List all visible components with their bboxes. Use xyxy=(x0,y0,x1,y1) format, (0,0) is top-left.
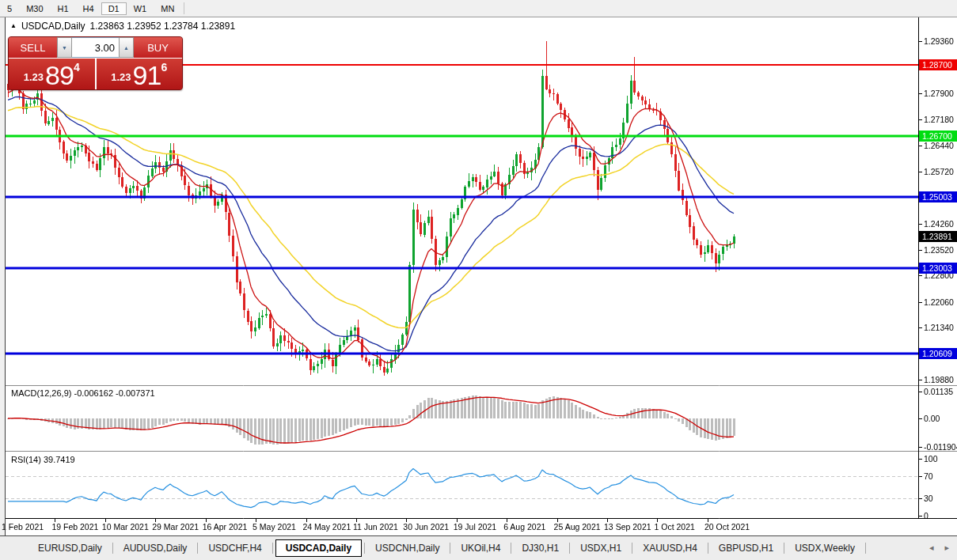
timeframe-button-mn[interactable]: MN xyxy=(154,2,181,15)
sell-price-sup: 4 xyxy=(74,61,80,74)
timeframe-toolbar: 5M30H1H4D1W1MN xyxy=(0,0,957,17)
symbol-tabbar: EURUSD,DailyAUDUSD,DailyUSDCHF,H4USDCAD,… xyxy=(0,535,957,560)
buy-price-sup: 6 xyxy=(161,61,167,74)
timeframe-button-m30[interactable]: M30 xyxy=(19,2,50,15)
sell-button[interactable]: SELL xyxy=(9,37,57,58)
timeframe-button-h4[interactable]: H4 xyxy=(76,2,101,15)
tab-divider xyxy=(364,543,365,554)
tab-divider xyxy=(112,543,113,554)
chart-frame-border xyxy=(5,17,6,536)
buy-price[interactable]: 1.23 91 6 xyxy=(97,59,183,89)
sell-price-big: 89 xyxy=(45,64,74,87)
tab-audusd-daily[interactable]: AUDUSD,Daily xyxy=(116,540,196,556)
chart-collapse-icon[interactable]: ▲ xyxy=(10,23,17,29)
volume-stepper: ▼ 3.00 ▲ xyxy=(57,37,134,58)
timeframe-button-5[interactable]: 5 xyxy=(0,2,19,15)
tab-usdcad-daily[interactable]: USDCAD,Daily xyxy=(275,539,362,557)
volume-decrease-icon[interactable]: ▼ xyxy=(57,37,72,58)
tab-divider xyxy=(708,543,708,554)
one-click-trade-panel: SELL ▼ 3.00 ▲ BUY 1.23 89 4 1.23 91 6 xyxy=(8,36,183,90)
sell-price-prefix: 1.23 xyxy=(24,71,44,83)
tab-divider xyxy=(632,543,632,554)
tab-divider xyxy=(865,543,866,554)
tab-scroll-left-icon[interactable]: ◂ xyxy=(929,543,934,553)
mt4-window: 5M30H1H4D1W1MN ▲ USDCAD,Daily 1.23863 1.… xyxy=(0,0,957,560)
buy-price-prefix: 1.23 xyxy=(111,71,131,83)
timeframe-button-w1[interactable]: W1 xyxy=(127,2,154,15)
tab-divider xyxy=(569,543,570,554)
buy-button[interactable]: BUY xyxy=(134,37,182,58)
macd-label: MACD(12,26,9) -0.006162 -0.007371 xyxy=(11,388,155,398)
sell-price[interactable]: 1.23 89 4 xyxy=(9,59,97,89)
tab-usdcnh-daily[interactable]: USDCNH,Daily xyxy=(367,540,447,556)
chart-title: ▲ USDCAD,Daily 1.23863 1.23952 1.23784 1… xyxy=(10,21,235,32)
tab-usdchf-h4[interactable]: USDCHF,H4 xyxy=(200,540,269,556)
tab-scroll-right-icon[interactable]: ▸ xyxy=(944,543,949,553)
tab-ukoil-h4[interactable]: UKOil,H4 xyxy=(453,540,508,556)
tab-xauusd-h4[interactable]: XAUUSD,H4 xyxy=(635,540,705,556)
tab-gbpusd-h1[interactable]: GBPUSD,H1 xyxy=(711,540,781,556)
tab-divider xyxy=(784,543,784,554)
buy-price-big: 91 xyxy=(133,64,161,87)
tab-divider xyxy=(511,543,511,554)
tab-dj30-h1[interactable]: DJ30,H1 xyxy=(514,540,567,556)
tab-divider xyxy=(450,543,450,554)
tab-usdx-h1[interactable]: USDX,H1 xyxy=(572,540,629,556)
chart-symbol-label: USDCAD,Daily xyxy=(21,21,85,32)
chart-ohlc-values: 1.23863 1.23952 1.23784 1.23891 xyxy=(90,21,236,32)
timeframe-button-h1[interactable]: H1 xyxy=(51,2,76,15)
rsi-label: RSI(14) 39.7419 xyxy=(11,455,75,464)
tab-eurusd-daily[interactable]: EURUSD,Daily xyxy=(30,540,110,556)
timeframe-button-d1[interactable]: D1 xyxy=(101,2,127,15)
tab-divider xyxy=(272,543,273,554)
volume-increase-icon[interactable]: ▲ xyxy=(119,37,134,58)
tab-divider xyxy=(197,543,198,554)
tab-usdx-weekly[interactable]: USDX,Weekly xyxy=(787,540,863,556)
tabbar-scroll: ◂ ▸ xyxy=(929,543,949,553)
volume-input[interactable]: 3.00 xyxy=(72,37,119,58)
toolbar-divider xyxy=(184,2,184,14)
